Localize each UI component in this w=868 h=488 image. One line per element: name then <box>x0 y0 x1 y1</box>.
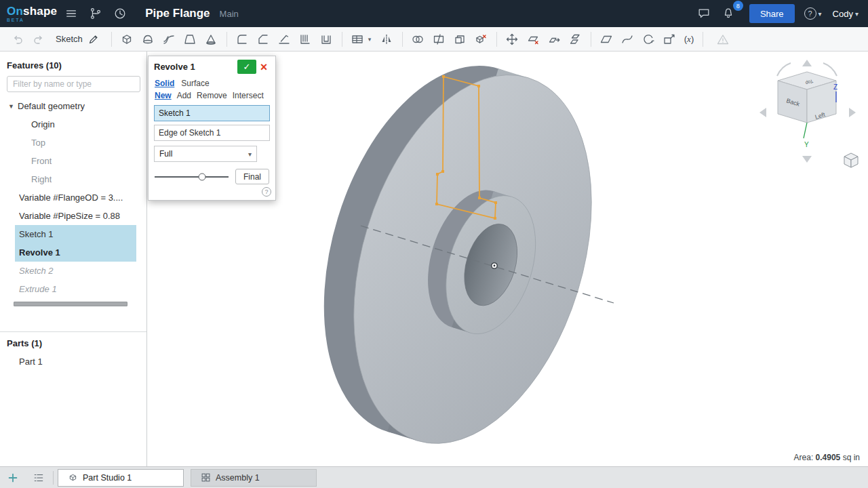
variable-icon[interactable]: (x) <box>680 34 698 45</box>
final-button[interactable]: Final <box>235 169 269 184</box>
tree-item-sketch-2[interactable]: Sketch 2 <box>0 262 146 280</box>
expand-caret-icon[interactable]: ▼ <box>8 103 18 110</box>
pattern-icon[interactable] <box>347 30 368 49</box>
loft-icon[interactable] <box>180 30 201 49</box>
mode-add[interactable]: Add <box>177 91 191 100</box>
dialog-header[interactable]: Revolve 1 ✓ × <box>149 56 275 77</box>
user-menu[interactable]: Cody ▾ <box>833 9 859 19</box>
document-title: Pipe Flange <box>145 7 210 20</box>
tree-item-variable-flangeod[interactable]: Variable #FlangeOD = 3.... <box>0 188 146 207</box>
dropdown-caret-icon: ▾ <box>248 150 252 158</box>
main-menu-hamburger-icon[interactable] <box>61 3 81 24</box>
top-bar: Onshape BETA Pipe Flange Main 8 Share ? … <box>0 0 868 27</box>
roll-cw-arrow[interactable] <box>823 63 837 76</box>
versions-branch-icon[interactable] <box>85 3 106 24</box>
rib-icon[interactable] <box>295 30 316 49</box>
preview-slider-knob[interactable] <box>198 173 205 180</box>
mode-intersect[interactable]: Intersect <box>233 91 264 100</box>
faces-selection-item[interactable]: Sketch 1 <box>154 105 270 121</box>
tree-item-right-plane[interactable]: Right <box>0 170 146 188</box>
move-face-icon[interactable] <box>544 30 565 49</box>
toolbar-separator <box>342 32 342 47</box>
toolbar-separator <box>226 32 227 47</box>
rotate-right-arrow[interactable] <box>849 108 856 117</box>
tree-item-front-plane[interactable]: Front <box>0 152 146 170</box>
tab-solid[interactable]: Solid <box>155 79 174 88</box>
notification-count-badge: 8 <box>733 1 743 11</box>
tree-item-extrude-1[interactable]: Extrude 1 <box>0 280 146 298</box>
chamfer-icon[interactable] <box>253 30 274 49</box>
flange-model[interactable] <box>282 52 633 466</box>
history-clock-icon[interactable] <box>110 3 130 24</box>
replace-face-icon[interactable] <box>565 30 586 49</box>
rotate-up-arrow[interactable] <box>802 60 812 66</box>
axis-center-marker <box>492 263 497 268</box>
area-unit: sq in <box>843 453 860 462</box>
delete-part-icon[interactable] <box>471 30 492 49</box>
mode-remove[interactable]: Remove <box>197 91 227 100</box>
thicken-icon[interactable] <box>201 30 222 49</box>
sweep-icon[interactable] <box>159 30 180 49</box>
preview-slider[interactable] <box>155 176 229 178</box>
draft-icon[interactable] <box>274 30 295 49</box>
tree-item-sketch-1[interactable]: Sketch 1 <box>15 225 136 243</box>
delete-face-icon[interactable] <box>523 30 544 49</box>
undo-icon[interactable] <box>7 30 28 49</box>
revolve-type-dropdown[interactable]: Full ▾ <box>154 146 257 162</box>
tab-manager-list-icon[interactable] <box>26 468 52 487</box>
tree-item-top-plane[interactable]: Top <box>0 134 146 152</box>
onshape-logo[interactable]: Onshape BETA <box>7 5 57 22</box>
parts-header: Parts (1) <box>0 332 146 352</box>
tree-item-revolve-1[interactable]: Revolve 1 <box>15 243 136 262</box>
rotate-left-arrow[interactable] <box>760 108 766 117</box>
isometric-view-icon[interactable] <box>844 153 858 167</box>
rotate-down-arrow[interactable] <box>802 156 812 163</box>
comments-icon[interactable] <box>694 3 714 24</box>
notifications-bell-icon[interactable]: 8 <box>718 3 738 24</box>
tree-item-variable-pipesize[interactable]: Variable #PipeSize = 0.88 <box>0 207 146 225</box>
tab-assembly-1[interactable]: Assembly 1 <box>191 469 317 487</box>
workspace-name[interactable]: Main <box>220 9 239 19</box>
feature-filter-input[interactable] <box>7 76 140 92</box>
boolean-icon[interactable] <box>408 30 429 49</box>
pattern-dropdown-icon[interactable]: ▾ <box>368 36 376 43</box>
tree-item-default-geometry[interactable]: ▼ Default geometry <box>0 97 146 115</box>
mirror-icon[interactable] <box>376 30 397 49</box>
share-button[interactable]: Share <box>749 4 795 23</box>
feature-tree: ▼ Default geometry Origin Top Front Righ… <box>0 97 146 306</box>
roll-ccw-arrow[interactable] <box>777 63 791 76</box>
revolve-icon[interactable] <box>138 30 159 49</box>
shell-icon[interactable] <box>316 30 337 49</box>
document-tabs-bar: Part Studio 1 Assembly 1 <box>0 466 868 488</box>
extrude-icon[interactable] <box>117 30 138 49</box>
cancel-button[interactable]: × <box>256 61 271 73</box>
toolbar-separator <box>402 32 403 47</box>
curve-icon[interactable] <box>617 30 638 49</box>
pencil-icon <box>87 33 100 45</box>
sketch-button[interactable]: Sketch <box>49 30 106 49</box>
fs-warning-icon[interactable] <box>712 30 733 49</box>
tree-item-origin[interactable]: Origin <box>0 115 146 134</box>
transform-icon[interactable] <box>502 30 523 49</box>
redo-icon[interactable] <box>28 30 49 49</box>
revolve-axis-field[interactable]: Edge of Sketch 1 <box>154 125 270 141</box>
rollback-bar[interactable] <box>14 302 127 306</box>
split-icon[interactable] <box>429 30 450 49</box>
help-menu[interactable]: ? ▾ <box>804 7 822 20</box>
tab-surface[interactable]: Surface <box>181 79 209 88</box>
helix-icon[interactable] <box>638 30 659 49</box>
toolbar-separator <box>591 32 591 47</box>
body-type-tabs: Solid Surface <box>149 77 275 90</box>
combine-icon[interactable] <box>450 30 471 49</box>
dialog-help-icon[interactable]: ? <box>262 187 271 197</box>
parts-item-part-1[interactable]: Part 1 <box>0 352 146 371</box>
insert-new-tab-button[interactable] <box>0 468 26 487</box>
plane-icon[interactable] <box>596 30 617 49</box>
project-curve-icon[interactable] <box>659 30 680 49</box>
accept-button[interactable]: ✓ <box>237 60 256 74</box>
features-header: Features (10) <box>0 52 146 76</box>
mode-new[interactable]: New <box>155 91 172 100</box>
fillet-icon[interactable] <box>232 30 253 49</box>
view-cube[interactable]: Back Left Top Z Y <box>760 60 858 167</box>
tab-part-studio-1[interactable]: Part Studio 1 <box>58 469 184 487</box>
